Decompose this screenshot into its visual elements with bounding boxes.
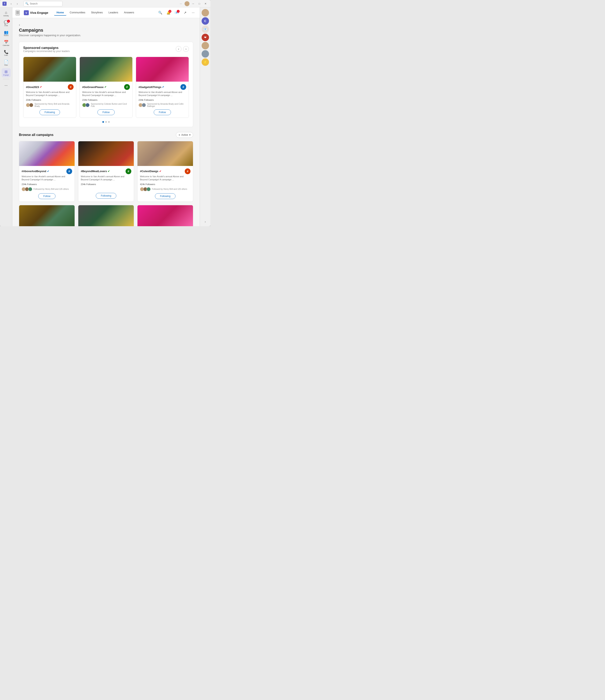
svg-text:V: V — [25, 11, 27, 15]
sponsor-text: Sponsored by Celeste Burton and Cecil Fo… — [91, 103, 130, 107]
mail-button[interactable]: 📧 1 — [174, 9, 180, 16]
follow-button-gogreenplease[interactable]: Follow — [98, 109, 115, 115]
campaign-card-gogreenplease-b[interactable]: #GoGreenPlease ✔ # Welcome to Van Arsdel… — [78, 205, 134, 226]
card-title: #GadgetsNThings ✔ — [138, 85, 164, 89]
user-avatar[interactable] — [185, 1, 189, 6]
campaign-name: #Give2023 — [26, 85, 39, 89]
hamburger-menu[interactable]: ☰ — [16, 10, 20, 16]
sidebar-item-chat[interactable]: 💬 Chat 1 — [2, 19, 11, 28]
card-title-row: #GoGreenPlease ✔ # — [82, 84, 130, 90]
right-icon-4[interactable] — [202, 42, 209, 49]
viva-engage-icon: V — [24, 10, 29, 15]
follow-button-aboveandbeyond[interactable]: Follow — [38, 193, 56, 199]
card-desc: Welcome to Van Arsdel's annual Above and… — [26, 91, 74, 97]
calls-icon: 📞 — [4, 50, 8, 54]
dot-3[interactable] — [108, 121, 110, 123]
following-button-give2023[interactable]: Following — [40, 109, 60, 115]
right-icon-3[interactable]: ❤ — [202, 34, 209, 41]
section-header: Sponsored campaigns Campaigns recommende… — [23, 46, 189, 56]
notifications-button[interactable]: 🔔 10 — [165, 9, 172, 16]
back-button[interactable]: ‹ — [8, 1, 14, 6]
card-followers: 234k Followers — [26, 99, 74, 101]
search-icon: 🔍 — [25, 2, 29, 5]
right-icon-2[interactable]: 📧 — [202, 25, 209, 33]
tab-leaders[interactable]: Leaders — [106, 10, 121, 16]
verified-icon: ✔ — [162, 85, 164, 89]
top-search-button[interactable]: 🔍 — [157, 9, 164, 16]
card-body: #BeyondMeatLovers ✔ # Welcome to Van Ars… — [78, 166, 134, 201]
notifications-badge: 10 — [168, 10, 172, 13]
sidebar-item-calendar[interactable]: 📅 Calendar — [2, 39, 11, 48]
card-followers: 234k Followers — [81, 183, 131, 185]
right-icon-5[interactable] — [202, 50, 209, 57]
campaign-card-gogreenplease[interactable]: #GoGreenPlease ✔ # Welcome to Van Arsdel… — [80, 57, 133, 118]
minimize-button[interactable]: ─ — [191, 1, 195, 6]
card-image-give2023 — [23, 57, 76, 82]
next-button[interactable]: › — [183, 46, 189, 52]
campaign-card-beyondmeatlovers[interactable]: #BeyondMeatLovers ✔ # Welcome to Van Ars… — [78, 141, 134, 202]
search-input[interactable] — [30, 2, 61, 5]
card-followers: 234k Followers — [82, 99, 130, 101]
content-scroll[interactable]: ‹ Campaigns Discover campaigns happening… — [12, 18, 200, 226]
card-image-give2023-b — [19, 205, 75, 226]
card-sponsored: Sponsored by Amanda Brady and Collin Bal… — [138, 103, 186, 107]
following-button-beyondmeatlovers[interactable]: Following — [96, 193, 116, 199]
card-title: #CutestDawgs ✔ — [140, 170, 161, 173]
browse-cards-grid: #AboveAndBeyond ✔ # Welcome to Van Arsde… — [19, 141, 193, 226]
sidebar-item-teams[interactable]: 👥 Teams — [2, 29, 11, 38]
campaign-card-gadgetsnthings-b[interactable]: #GadgetsNThings ✔ # Welcome to Van Arsde… — [137, 205, 193, 226]
pagination-dots — [23, 121, 189, 123]
sponsor-avatars — [22, 187, 32, 191]
files-icon: 📄 — [4, 60, 8, 64]
nav-more-button[interactable]: ··· — [190, 9, 196, 16]
sidebar-item-files[interactable]: 📄 Files — [2, 58, 11, 68]
right-profile-icon[interactable] — [202, 9, 209, 17]
dot-1[interactable] — [102, 121, 104, 123]
sidebar-item-activity[interactable]: ⌂ Activity — [2, 9, 11, 18]
title-bar: T ‹ › 🔍 ··· ─ □ ✕ — [0, 0, 210, 7]
card-followers: 234k Followers — [138, 99, 186, 101]
card-sponsored: Sponsored by Celeste Burton and Cecil Fo… — [82, 103, 130, 107]
following-button-cutestdawgs[interactable]: Following — [155, 193, 176, 199]
right-icon-6[interactable]: ⭐ — [202, 58, 209, 66]
browse-title: Browse all campaigns — [19, 133, 53, 137]
tab-answers[interactable]: Answers — [122, 10, 137, 16]
tab-storylines[interactable]: Storylines — [88, 10, 105, 16]
hashtag-badge: # — [126, 169, 131, 174]
browse-section: Browse all campaigns ≡ Active ▾ — [19, 132, 193, 226]
engage-icon: ⊞ — [4, 70, 8, 74]
sponsored-title: Sponsored campaigns — [23, 46, 70, 50]
follow-button-gadgetsnthings[interactable]: Follow — [154, 109, 171, 115]
card-desc: Welcome to Van Arsdel's annual Above and… — [81, 175, 131, 181]
sidebar-item-more[interactable]: ··· — [2, 81, 11, 90]
viva-logo: V Viva Engage — [24, 10, 48, 15]
tab-communities[interactable]: Communities — [67, 10, 88, 16]
card-image-cutestdawgs — [137, 141, 193, 166]
campaign-card-aboveandbeyond[interactable]: #AboveAndBeyond ✔ # Welcome to Van Arsde… — [19, 141, 75, 202]
campaign-card-give2023[interactable]: #Give2023 ✔ # Welcome to Van Arsdel's an… — [23, 57, 76, 118]
card-action: Follow — [22, 193, 72, 199]
top-nav: ☰ V Viva Engage Home Communities Storyli… — [12, 7, 200, 18]
card-sponsored: Sponsored by Henry Brill and Amanda Brad… — [26, 103, 74, 107]
prev-button[interactable]: ‹ — [176, 46, 181, 52]
collapse-sidebar-button[interactable]: › — [203, 219, 208, 225]
campaign-card-give2023-b[interactable]: #Give2023 ✔ # Welcome to Van Arsdel's an… — [19, 205, 75, 226]
sponsored-campaigns-section: Sponsored campaigns Campaigns recommende… — [19, 42, 193, 127]
dot-2[interactable] — [105, 121, 107, 123]
forward-button[interactable]: › — [15, 1, 20, 6]
sponsor-avatar-2 — [85, 103, 89, 107]
maximize-button[interactable]: □ — [197, 1, 202, 6]
more-options-button[interactable]: ··· — [178, 1, 183, 6]
right-icon-1[interactable]: C — [202, 17, 209, 25]
campaign-card-cutestdawgs[interactable]: #CutestDawgs ✔ # Welcome to Van Arsdel's… — [137, 141, 193, 202]
tab-home[interactable]: Home — [54, 10, 67, 16]
close-button[interactable]: ✕ — [203, 1, 208, 6]
sidebar-item-engage[interactable]: ⊞ Engage — [2, 68, 11, 77]
sidebar-item-calls[interactable]: 📞 Calls — [2, 49, 11, 57]
campaign-card-gadgetsnthings[interactable]: #GadgetsNThings ✔ # Welcome to Van Arsde… — [136, 57, 189, 118]
back-nav-button[interactable]: ‹ — [19, 23, 20, 27]
card-body: #GoGreenPlease ✔ # Welcome to Van Arsdel… — [80, 82, 132, 118]
filter-button[interactable]: ≡ Active ▾ — [176, 132, 193, 138]
share-button[interactable]: ↗ — [182, 9, 188, 16]
verified-icon: ✔ — [47, 170, 49, 173]
